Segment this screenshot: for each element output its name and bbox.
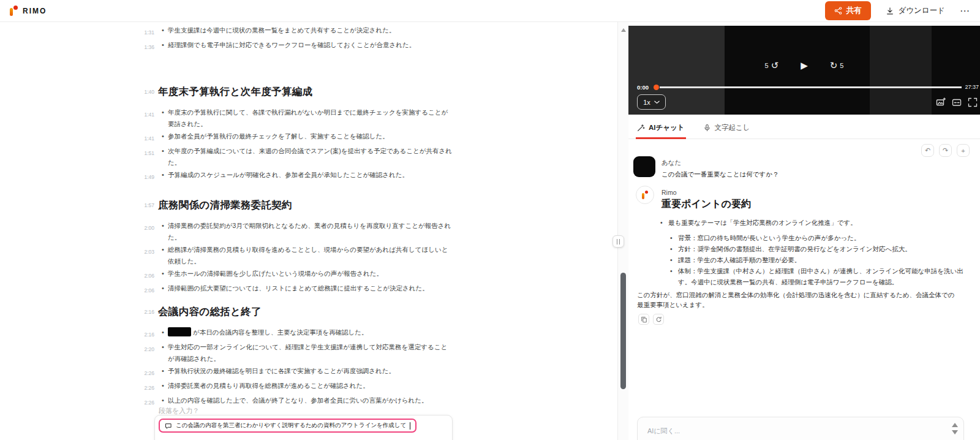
notes-scrollbar[interactable]: [617, 22, 628, 440]
note-text[interactable]: 清掃委託業者の見積もり再取得を総務課が進めることが確認された。: [168, 380, 452, 394]
skip-back-button[interactable]: 5↺: [765, 60, 779, 71]
timestamp[interactable]: 1:41: [141, 131, 154, 145]
share-icon: [834, 7, 842, 15]
chat-sub-bullet: 方針：奨学金関係の書類提出、在学証明書の発行などをオンライン対応へ拡大。: [636, 243, 974, 254]
note-text[interactable]: 学生ホールの清掃範囲を少し広げたいという現場からの声が報告された。: [168, 268, 452, 282]
ai-prompt-suggestion[interactable]: この会議の内容を第三者にわかりやすく説明するための資料のアウトラインを作成して: [159, 419, 417, 433]
chevron-down-icon: [654, 101, 660, 104]
tab-transcript[interactable]: 文字起こし: [702, 116, 752, 138]
section-title[interactable]: 年度末予算執行と次年度予算編成: [158, 83, 312, 99]
scrollbar-thumb[interactable]: [620, 273, 626, 389]
chat-bullet-text: 最も重要なテーマは「学生対応業務のオンライン化推進」です。: [668, 217, 857, 228]
notes-section-budget: 1:40 年度末予算執行と次年度予算編成 1:41年度末の予算執行に関して、各課…: [141, 83, 452, 184]
rimo-app: RIMO 共有 ダウンロード ⋯ 1:31学生支援課は今週中に現状の業務一覧をま…: [0, 0, 980, 440]
paragraph-placeholder[interactable]: 段落を入力？: [159, 406, 199, 415]
timestamp[interactable]: 2:26: [141, 395, 154, 409]
fullscreen-button[interactable]: [968, 97, 978, 107]
tab-ai-chat[interactable]: AIチャット: [636, 116, 686, 138]
ask-ai-input[interactable]: AIに聞く...: [637, 417, 964, 440]
player-center-controls: 5↺ ▶ ↻5: [628, 60, 980, 71]
note-text[interactable]: 総務課が清掃業務の見積もり取得を進めることとし、現場からの要望があれば共有してほ…: [168, 244, 452, 267]
more-menu-button[interactable]: ⋯: [960, 8, 970, 14]
scroll-up-arrow-icon[interactable]: [952, 423, 958, 427]
thumbnail-add-button[interactable]: [936, 97, 946, 107]
ai-chat-panel: ↶ ↷ + あなた この会議で一番重要なことは何ですか？ Rimo 重要ポイント…: [628, 139, 980, 409]
seek-track[interactable]: [660, 86, 962, 88]
download-icon: [886, 7, 894, 15]
assistant-message-actions: [638, 314, 974, 325]
note-item: 1:36経理課側でも電子申請に対応できるワークフローを確認しておくことが合意され…: [141, 39, 452, 53]
copy-button[interactable]: [638, 314, 649, 325]
rimo-avatar-icon: [642, 191, 649, 199]
timestamp[interactable]: 1:49: [141, 169, 154, 183]
timestamp[interactable]: 2:00: [141, 220, 154, 243]
timestamp[interactable]: 2:03: [141, 244, 154, 267]
chat-bullet-text: 方針：奨学金関係の書類提出、在学証明書の発行などをオンライン対応へ拡大。: [678, 243, 911, 254]
timestamp[interactable]: 2:26: [141, 380, 154, 394]
redacted-name: [168, 327, 191, 336]
section-heading: 1:57 庶務関係の清掃業務委託契約: [141, 197, 452, 213]
progress-bar: 0:00 27:37: [637, 83, 979, 91]
note-item: 1:49予算編成のスケジュールが明確化され、参加者全員が承知したことが確認された…: [141, 169, 452, 183]
note-text[interactable]: 学生支援課は今週中に現状の業務一覧をまとめて共有することが決定された。: [168, 25, 452, 39]
input-scroll-arrows: [952, 423, 958, 434]
bullet-dot: [160, 25, 166, 39]
note-text[interactable]: 学生対応の一部オンライン化について、経理課と学生支援課が連携して対応業務を選定す…: [168, 341, 452, 365]
new-chat-button[interactable]: +: [957, 144, 970, 157]
scroll-down-arrow-icon[interactable]: [952, 430, 958, 434]
undo-icon: ↶: [925, 146, 930, 154]
timestamp[interactable]: 1:51: [141, 145, 154, 169]
note-text[interactable]: 参加者全員が予算執行の最終チェックを了解し、実施することを確認した。: [168, 131, 452, 145]
timestamp[interactable]: 2:26: [141, 365, 154, 379]
scroll-up-arrow-icon[interactable]: [621, 28, 626, 32]
user-name: あなた: [662, 155, 778, 167]
skip-forward-button[interactable]: ↻5: [830, 60, 844, 71]
timestamp[interactable]: 2:16: [141, 327, 154, 341]
video-player[interactable]: 5↺ ▶ ↻5 0:00 27:37 1x: [628, 26, 980, 115]
note-text[interactable]: 次年度の予算編成については、来週の合同会議でスアン(案)を提出する予定であること…: [168, 145, 452, 169]
seek-handle[interactable]: [654, 85, 659, 90]
timestamp[interactable]: 1:31: [141, 25, 154, 39]
user-message: あなた この会議で一番重要なことは何ですか？: [633, 155, 778, 179]
captions-button[interactable]: [952, 97, 962, 107]
note-item: 1:41年度末の予算執行に関して、各課で執行漏れがないか明日までに最終チェックを…: [141, 107, 452, 130]
timestamp[interactable]: 1:36: [141, 39, 154, 53]
user-avatar: [633, 156, 655, 177]
timestamp[interactable]: 1:41: [141, 107, 154, 130]
chat-sub-bullet: 体制：学生支援課（中村さん）と経理課（田中さん）が連携し、オンライン化可能な申請…: [636, 265, 974, 287]
paragraph-editor-box[interactable]: この会議の内容を第三者にわかりやすく説明するための資料のアウトラインを作成して: [154, 415, 453, 440]
notes-section-cleaning: 1:57 庶務関係の清掃業務委託契約 2:00清掃業務の委託契約が3月で期限切れ…: [141, 197, 452, 297]
note-text[interactable]: が本日の会議内容を整理し、主要な決定事項を再確認した。: [168, 327, 452, 341]
section-title[interactable]: 会議内容の総括と終了: [158, 303, 262, 319]
note-item: 2:16が本日の会議内容を整理し、主要な決定事項を再確認した。: [141, 327, 452, 341]
panel-resize-handle[interactable]: [612, 235, 624, 248]
timestamp[interactable]: 1:57: [141, 197, 154, 213]
note-text[interactable]: 予算執行状況の最終確認を明日までに各課で実施することが再度強調された。: [168, 365, 452, 379]
bullet-dot: [160, 39, 166, 53]
note-text[interactable]: 清掃範囲の拡大要望については、リストにまとめて総務課に提出することが決定された。: [168, 283, 452, 297]
redo-button[interactable]: ↷: [939, 144, 952, 157]
note-text[interactable]: 以上の内容を確認した上で、会議が終了となり、参加者全員に労いの言葉がかけられた。: [168, 395, 452, 409]
section-title[interactable]: 庶務関係の清掃業務委託契約: [158, 197, 292, 213]
rimo-logo[interactable]: RIMO: [10, 6, 47, 16]
timestamp[interactable]: 2:20: [141, 341, 154, 365]
chat-sub-bullet: 課題：学生の本人確認手順の整理が必要。: [636, 254, 974, 265]
play-button[interactable]: ▶: [801, 60, 808, 71]
download-button[interactable]: ダウンロード: [886, 6, 945, 16]
timestamp[interactable]: 2:16: [141, 303, 154, 319]
regenerate-button[interactable]: [653, 314, 664, 325]
playback-speed-button[interactable]: 1x: [637, 94, 666, 110]
timestamp[interactable]: 1:40: [141, 83, 154, 99]
user-message-body: あなた この会議で一番重要なことは何ですか？: [662, 155, 778, 179]
bullet-dot: [670, 243, 678, 254]
notes-intro-block: 1:31学生支援課は今週中に現状の業務一覧をまとめて共有することが決定された。 …: [141, 25, 452, 54]
share-button[interactable]: 共有: [825, 1, 871, 20]
timestamp[interactable]: 2:06: [141, 283, 154, 297]
note-text[interactable]: 予算編成のスケジュールが明確化され、参加者全員が承知したことが確認された。: [168, 169, 452, 183]
note-text[interactable]: 経理課側でも電子申請に対応できるワークフローを確認しておくことが合意された。: [168, 39, 452, 53]
ai-wand-icon: [637, 124, 645, 132]
note-text[interactable]: 清掃業務の委託契約が3月で期限切れとなるため、業者の見積もりを再度取り直すことが…: [168, 220, 452, 243]
timestamp[interactable]: 2:06: [141, 268, 154, 282]
note-text[interactable]: 年度末の予算執行に関して、各課で執行漏れがないか明日までに最終チェックを実施する…: [168, 107, 452, 130]
undo-button[interactable]: ↶: [921, 144, 934, 157]
